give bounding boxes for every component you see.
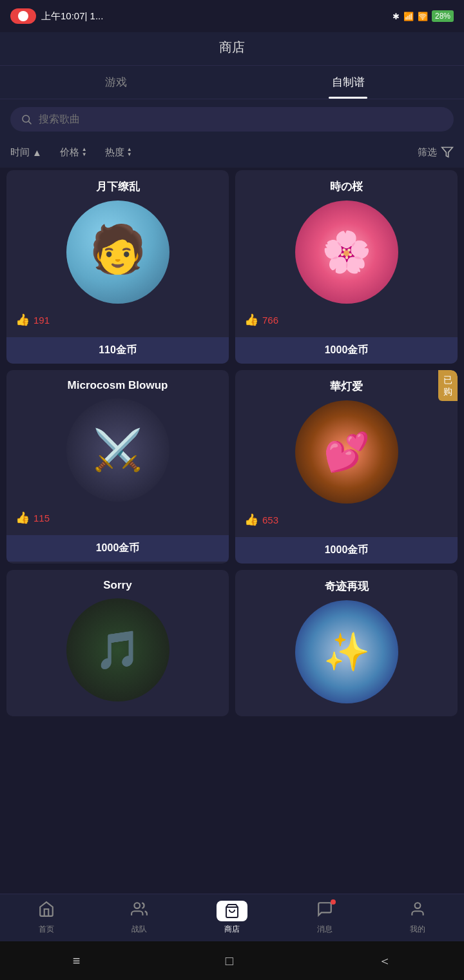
card-art: ✨ <box>295 600 398 703</box>
app-header: 商店 <box>0 32 464 66</box>
filter-icon <box>441 146 454 159</box>
record-button[interactable] <box>10 8 36 24</box>
nav-home-label: 首页 <box>39 924 54 935</box>
tab-bar: 游戏 自制谱 <box>0 66 464 99</box>
card-image-wrapper: 🧑 <box>13 201 222 304</box>
nav-shop-label: 商店 <box>224 924 240 935</box>
like-count: 115 <box>34 513 50 524</box>
search-input[interactable] <box>39 113 443 125</box>
thumb-icon: 👍 <box>15 313 30 327</box>
search-container <box>0 99 464 139</box>
tab-custom[interactable]: 自制谱 <box>232 66 464 99</box>
bluetooth-icon: ✱ <box>392 12 400 21</box>
card-body: Sorry 🎵 <box>6 570 229 714</box>
card-art: 💕 <box>295 400 398 504</box>
bottom-nav: 首页 战队 商店 消息 <box>0 894 464 941</box>
status-left: 上午10:07| 1... <box>10 8 103 24</box>
art-emoji: ⚔️ <box>93 427 142 473</box>
profile-icon <box>409 901 426 921</box>
sort-price[interactable]: 价格 ▲▼ <box>60 146 87 159</box>
message-icon <box>316 901 333 921</box>
thumb-icon: 👍 <box>244 313 258 327</box>
card-microcosm-blowup[interactable]: Microcosm Blowup ⚔️ 👍 115 1000金币 <box>6 370 229 564</box>
song-grid: 月下缭乱 🧑 👍 191 110金币 時の桜 🌸 👍 76 <box>0 168 464 723</box>
card-image-wrapper: ⚔️ <box>13 398 222 502</box>
like-count: 766 <box>262 315 278 326</box>
nav-message[interactable]: 消息 <box>299 901 351 935</box>
like-count: 191 <box>34 315 50 326</box>
card-price: 110金币 <box>6 337 229 364</box>
card-title: Sorry <box>13 579 222 592</box>
shop-icon <box>224 903 240 919</box>
filter-button[interactable]: 筛选 <box>418 146 454 159</box>
status-right: ✱ 📶 🛜 28% <box>392 10 454 22</box>
svg-point-0 <box>23 115 30 122</box>
mic-icon <box>18 11 28 21</box>
art-emoji: 💕 <box>324 430 370 474</box>
card-art: 🎵 <box>66 598 169 701</box>
card-likes: 👍 191 <box>13 310 222 327</box>
header-title: 商店 <box>219 40 245 54</box>
like-count: 653 <box>262 514 278 525</box>
wifi-icon: 🛜 <box>418 12 428 21</box>
thumb-icon: 👍 <box>244 513 258 527</box>
art-emoji: 🧑 <box>89 222 147 277</box>
status-time: 上午10:07| 1... <box>41 10 103 23</box>
home-button[interactable]: □ <box>226 954 233 968</box>
purchased-badge: 已购 <box>438 370 458 401</box>
svg-line-1 <box>28 121 31 124</box>
nav-team[interactable]: 战队 <box>113 901 165 935</box>
card-title: 時の桜 <box>242 179 451 194</box>
card-huadengai[interactable]: 已购 華灯爱 💕 👍 653 1000金币 <box>235 370 458 564</box>
card-art: ⚔️ <box>66 398 169 502</box>
menu-button[interactable]: ≡ <box>73 954 81 968</box>
svg-marker-2 <box>442 148 453 157</box>
sort-bar: 时间 ▲ 价格 ▲▼ 热度 ▲▼ 筛选 <box>0 139 464 168</box>
art-emoji: ✨ <box>324 630 370 674</box>
card-body: 奇迹再现 ✨ <box>235 570 458 716</box>
card-sorry[interactable]: Sorry 🎵 <box>6 570 229 716</box>
card-likes: 👍 115 <box>13 508 222 525</box>
battery-indicator: 28% <box>432 10 454 22</box>
signal-icon: 📶 <box>403 12 414 21</box>
card-tokinosakura[interactable]: 時の桜 🌸 👍 766 1000金币 <box>235 170 458 364</box>
team-icon <box>131 901 148 921</box>
card-title: 月下缭乱 <box>13 179 222 194</box>
card-body: 時の桜 🌸 👍 766 <box>235 170 458 333</box>
card-image-wrapper: ✨ <box>242 600 451 703</box>
svg-point-3 <box>134 903 140 908</box>
card-title: Microcosm Blowup <box>13 379 222 392</box>
nav-shop[interactable]: 商店 <box>206 901 258 935</box>
home-icon <box>38 901 55 921</box>
card-art: 🧑 <box>66 201 169 304</box>
thumb-icon: 👍 <box>15 511 30 525</box>
card-qijizaixian[interactable]: 奇迹再现 ✨ <box>235 570 458 716</box>
card-image-wrapper: 💕 <box>242 400 451 504</box>
card-title: 奇迹再现 <box>242 579 451 594</box>
art-emoji: 🌸 <box>322 229 371 275</box>
nav-profile-label: 我的 <box>410 924 425 935</box>
sort-time[interactable]: 时间 ▲ <box>10 146 42 159</box>
card-title: 華灯爱 <box>242 379 451 394</box>
card-image-wrapper: 🌸 <box>242 201 451 304</box>
card-price: 1000金币 <box>235 537 458 564</box>
tab-games[interactable]: 游戏 <box>0 66 232 99</box>
card-likes: 👍 766 <box>242 310 451 327</box>
card-likes: 👍 653 <box>242 510 451 527</box>
card-body: 月下缭乱 🧑 👍 191 <box>6 170 229 333</box>
nav-home[interactable]: 首页 <box>21 901 72 935</box>
nav-profile[interactable]: 我的 <box>392 901 443 935</box>
card-price: 1000金币 <box>235 337 458 364</box>
card-yuexialiaoluan[interactable]: 月下缭乱 🧑 👍 191 110金币 <box>6 170 229 364</box>
status-bar: 上午10:07| 1... ✱ 📶 🛜 28% <box>0 0 464 32</box>
card-art: 🌸 <box>295 201 398 304</box>
nav-team-label: 战队 <box>131 924 147 935</box>
back-button[interactable]: ＜ <box>378 952 391 970</box>
shop-icon-wrapper <box>217 901 247 921</box>
search-box <box>10 107 454 132</box>
sort-heat[interactable]: 热度 ▲▼ <box>105 146 132 159</box>
card-image-wrapper: 🎵 <box>13 598 222 701</box>
nav-message-label: 消息 <box>317 924 333 935</box>
search-icon <box>21 113 32 125</box>
svg-point-5 <box>415 903 421 908</box>
